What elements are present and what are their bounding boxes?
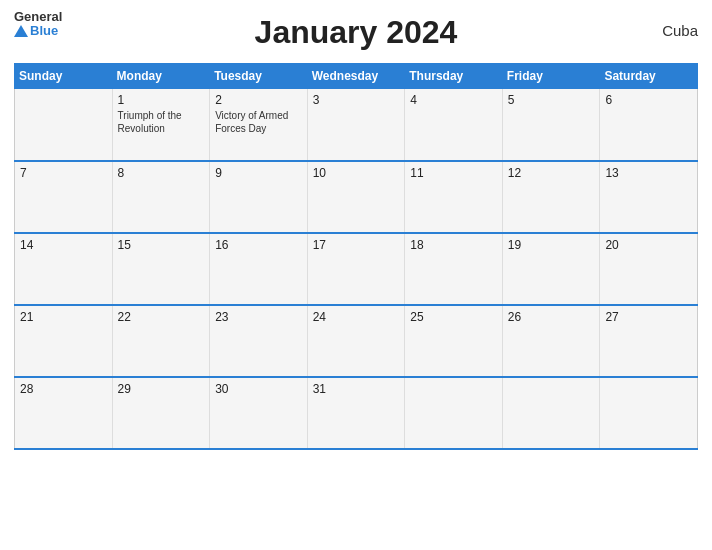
calendar-cell: 22 <box>112 305 210 377</box>
logo-general-text: General <box>14 10 62 24</box>
calendar-cell: 25 <box>405 305 503 377</box>
day-number: 11 <box>410 166 497 180</box>
calendar-cell: 9 <box>210 161 308 233</box>
header-tuesday: Tuesday <box>210 64 308 89</box>
calendar-cell: 13 <box>600 161 698 233</box>
calendar-cell <box>405 377 503 449</box>
calendar-cell: 6 <box>600 89 698 161</box>
header-sunday: Sunday <box>15 64 113 89</box>
calendar-cell: 28 <box>15 377 113 449</box>
day-number: 3 <box>313 93 400 107</box>
logo-blue-text: Blue <box>14 24 62 38</box>
day-number: 31 <box>313 382 400 396</box>
calendar-cell: 23 <box>210 305 308 377</box>
day-number: 1 <box>118 93 205 107</box>
day-number: 13 <box>605 166 692 180</box>
days-header-row: Sunday Monday Tuesday Wednesday Thursday… <box>15 64 698 89</box>
calendar-cell: 27 <box>600 305 698 377</box>
country-label: Cuba <box>662 22 698 39</box>
calendar-cell: 24 <box>307 305 405 377</box>
calendar-header: General Blue January 2024 Cuba <box>14 10 698 55</box>
day-number: 5 <box>508 93 595 107</box>
calendar-cell: 19 <box>502 233 600 305</box>
day-number: 20 <box>605 238 692 252</box>
calendar-cell: 15 <box>112 233 210 305</box>
calendar-cell: 10 <box>307 161 405 233</box>
day-number: 6 <box>605 93 692 107</box>
day-number: 7 <box>20 166 107 180</box>
day-number: 18 <box>410 238 497 252</box>
day-number: 2 <box>215 93 302 107</box>
header-friday: Friday <box>502 64 600 89</box>
calendar-cell: 31 <box>307 377 405 449</box>
calendar-cell <box>502 377 600 449</box>
event-label: Victory of Armed Forces Day <box>215 110 288 134</box>
calendar-title: January 2024 <box>255 14 458 51</box>
calendar-cell: 17 <box>307 233 405 305</box>
day-number: 9 <box>215 166 302 180</box>
calendar-cell: 11 <box>405 161 503 233</box>
calendar-cell: 2Victory of Armed Forces Day <box>210 89 308 161</box>
calendar-cell: 16 <box>210 233 308 305</box>
day-number: 21 <box>20 310 107 324</box>
day-number: 10 <box>313 166 400 180</box>
calendar-cell: 30 <box>210 377 308 449</box>
calendar-cell: 8 <box>112 161 210 233</box>
day-number: 17 <box>313 238 400 252</box>
calendar-table: Sunday Monday Tuesday Wednesday Thursday… <box>14 63 698 450</box>
calendar-cell: 29 <box>112 377 210 449</box>
day-number: 8 <box>118 166 205 180</box>
day-number: 4 <box>410 93 497 107</box>
day-number: 16 <box>215 238 302 252</box>
day-number: 24 <box>313 310 400 324</box>
calendar-cell: 26 <box>502 305 600 377</box>
day-number: 26 <box>508 310 595 324</box>
calendar-cell <box>15 89 113 161</box>
header-saturday: Saturday <box>600 64 698 89</box>
calendar-cell: 21 <box>15 305 113 377</box>
calendar-week-row: 78910111213 <box>15 161 698 233</box>
calendar-cell: 5 <box>502 89 600 161</box>
calendar-cell: 3 <box>307 89 405 161</box>
calendar-page: General Blue January 2024 Cuba Sunday Mo… <box>0 0 712 550</box>
day-number: 29 <box>118 382 205 396</box>
day-number: 25 <box>410 310 497 324</box>
calendar-cell: 1Triumph of the Revolution <box>112 89 210 161</box>
calendar-cell: 12 <box>502 161 600 233</box>
day-number: 23 <box>215 310 302 324</box>
calendar-cell: 14 <box>15 233 113 305</box>
day-number: 27 <box>605 310 692 324</box>
header-wednesday: Wednesday <box>307 64 405 89</box>
calendar-week-row: 1Triumph of the Revolution2Victory of Ar… <box>15 89 698 161</box>
logo: General Blue <box>14 10 62 39</box>
day-number: 30 <box>215 382 302 396</box>
day-number: 19 <box>508 238 595 252</box>
event-label: Triumph of the Revolution <box>118 110 182 134</box>
calendar-cell <box>600 377 698 449</box>
header-monday: Monday <box>112 64 210 89</box>
logo-triangle-icon <box>14 25 28 37</box>
day-number: 14 <box>20 238 107 252</box>
day-number: 28 <box>20 382 107 396</box>
header-thursday: Thursday <box>405 64 503 89</box>
calendar-week-row: 28293031 <box>15 377 698 449</box>
calendar-cell: 4 <box>405 89 503 161</box>
calendar-week-row: 14151617181920 <box>15 233 698 305</box>
calendar-cell: 7 <box>15 161 113 233</box>
day-number: 15 <box>118 238 205 252</box>
day-number: 12 <box>508 166 595 180</box>
calendar-cell: 18 <box>405 233 503 305</box>
day-number: 22 <box>118 310 205 324</box>
calendar-cell: 20 <box>600 233 698 305</box>
calendar-week-row: 21222324252627 <box>15 305 698 377</box>
